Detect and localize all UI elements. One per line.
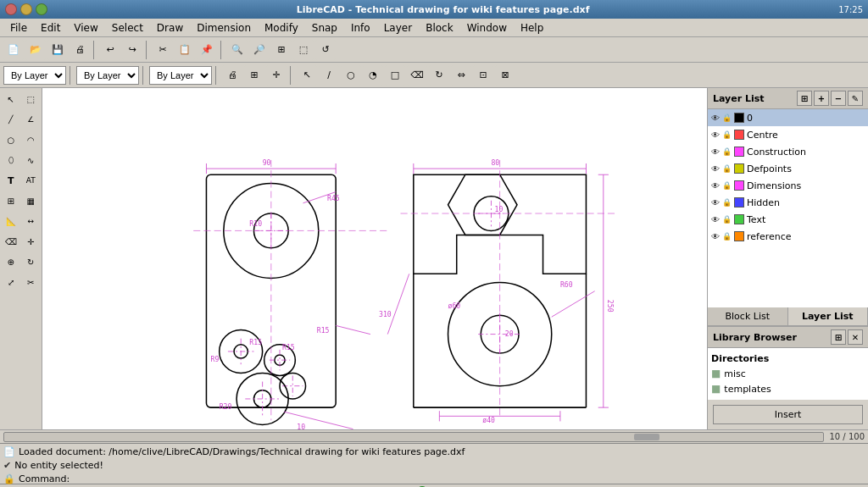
- menu-item-snap[interactable]: Snap: [305, 20, 344, 36]
- draw-line-button[interactable]: /: [319, 65, 339, 86]
- layer-lock-icon[interactable]: 🔒: [722, 147, 732, 156]
- layer-lock-icon[interactable]: 🔒: [722, 181, 732, 190]
- snap-grid-button[interactable]: ⊞: [244, 65, 264, 86]
- menu-item-edit[interactable]: Edit: [34, 20, 67, 36]
- close-button[interactable]: [5, 3, 17, 15]
- layer-visibility-icon[interactable]: 👁: [711, 181, 720, 191]
- print-button[interactable]: 🖨: [70, 40, 90, 60]
- layer-visibility-icon[interactable]: 👁: [711, 113, 720, 123]
- snap-midpoint-button[interactable]: ⊠: [495, 65, 515, 86]
- panel-tabs[interactable]: Block List Layer List: [708, 307, 868, 326]
- line-tool-button[interactable]: ╱: [2, 110, 20, 129]
- print-preview-button[interactable]: 🖨: [222, 65, 242, 86]
- layer-panel-icon-1[interactable]: ⊞: [797, 91, 812, 106]
- zoom-in-button[interactable]: 🔍: [227, 40, 248, 60]
- open-file-button[interactable]: 📂: [25, 40, 46, 60]
- window-controls[interactable]: [5, 3, 47, 15]
- layer-visibility-icon[interactable]: 👁: [711, 130, 720, 140]
- menu-item-draw[interactable]: Draw: [150, 20, 190, 36]
- snap-button[interactable]: ✛: [266, 65, 287, 86]
- dim-button[interactable]: ↔: [22, 212, 41, 230]
- rotate-button[interactable]: ↻: [429, 65, 449, 86]
- zoom-out-button[interactable]: 🔎: [249, 40, 270, 60]
- horizontal-scrollbar-area[interactable]: 10 / 100: [0, 429, 868, 443]
- scrollbar-thumb[interactable]: [634, 434, 659, 440]
- minimize-button[interactable]: [20, 3, 32, 15]
- layer-row-text[interactable]: 👁 🔒 Text: [708, 211, 868, 228]
- menu-item-layer[interactable]: Layer: [377, 20, 419, 36]
- layer-visibility-icon[interactable]: 👁: [711, 198, 720, 208]
- undo-button[interactable]: ↩: [100, 40, 120, 60]
- maximize-button[interactable]: [36, 3, 47, 15]
- linetype-selector[interactable]: By Layer: [76, 66, 139, 85]
- new-file-button[interactable]: 📄: [3, 40, 24, 60]
- menu-item-help[interactable]: Help: [514, 20, 550, 36]
- save-file-button[interactable]: 💾: [47, 40, 68, 60]
- menu-item-info[interactable]: Info: [344, 20, 377, 36]
- linewidth-selector[interactable]: By Layer: [149, 66, 212, 85]
- layer-lock-icon[interactable]: 🔒: [722, 130, 732, 139]
- lib-item-misc[interactable]: ■ misc: [711, 366, 865, 381]
- lib-item-templates[interactable]: ■ templates: [711, 381, 865, 396]
- polyline-tool-button[interactable]: ∠: [22, 110, 41, 129]
- select-pointer-button[interactable]: ↖: [297, 65, 317, 86]
- cut-button[interactable]: ✂: [153, 40, 173, 60]
- menu-item-select[interactable]: Select: [105, 20, 150, 36]
- layer-visibility-icon[interactable]: 👁: [711, 232, 720, 241]
- text-tool-button[interactable]: T: [2, 171, 20, 190]
- layer-panel-icon-2[interactable]: +: [814, 91, 829, 106]
- layer-lock-icon[interactable]: 🔒: [722, 232, 732, 241]
- layer-row-centre[interactable]: 👁 🔒 Centre: [708, 126, 868, 143]
- zoom-window-button[interactable]: ⬚: [293, 40, 314, 60]
- spline-tool-button[interactable]: ∿: [22, 151, 41, 169]
- draw-rect-button[interactable]: □: [385, 65, 405, 86]
- lib-icon-2[interactable]: ✕: [848, 329, 863, 345]
- scale-tool-button[interactable]: ⤢: [2, 273, 20, 291]
- menu-item-block[interactable]: Block: [419, 20, 459, 36]
- insert-block-button[interactable]: ⊞: [2, 191, 20, 210]
- menu-item-dimension[interactable]: Dimension: [190, 20, 258, 36]
- arc-tool-button[interactable]: ◠: [22, 130, 41, 149]
- mtext-tool-button[interactable]: AT: [22, 171, 41, 190]
- erase-tool-button[interactable]: ⌫: [2, 232, 20, 251]
- layer-row-defpoints[interactable]: 👁 🔒 Defpoints: [708, 160, 868, 177]
- layer-row-construction[interactable]: 👁 🔒 Construction: [708, 143, 868, 160]
- layer-lock-icon[interactable]: 🔒: [722, 113, 732, 122]
- layer-visibility-icon[interactable]: 👁: [711, 147, 720, 157]
- layer-panel-icons[interactable]: ⊞ + − ✎: [797, 91, 863, 106]
- layer-panel-icon-4[interactable]: ✎: [848, 91, 863, 106]
- layer-row-reference[interactable]: 👁 🔒 reference: [708, 228, 868, 245]
- drawing-canvas-area[interactable]: 90 80 R10 R45: [42, 88, 707, 429]
- layer-visibility-icon[interactable]: 👁: [711, 164, 720, 174]
- erase-button[interactable]: ⌫: [407, 65, 427, 86]
- select-tool-button[interactable]: ↖: [2, 90, 20, 108]
- hatch-button[interactable]: ▦: [22, 191, 41, 210]
- layer-visibility-icon[interactable]: 👁: [711, 215, 720, 224]
- draw-arc-button[interactable]: ◔: [363, 65, 383, 86]
- tab-layer-list[interactable]: Layer List: [788, 307, 869, 325]
- cad-drawing[interactable]: 90 80 R10 R45: [42, 88, 707, 429]
- move-tool-button[interactable]: ✛: [22, 232, 41, 251]
- menu-item-modify[interactable]: Modify: [258, 20, 305, 36]
- layer-row-hidden[interactable]: 👁 🔒 Hidden: [708, 194, 868, 211]
- layer-lock-icon[interactable]: 🔒: [722, 164, 732, 173]
- copy-button[interactable]: 📋: [175, 40, 195, 60]
- layer-row-dimensions[interactable]: 👁 🔒 Dimensions: [708, 177, 868, 194]
- draw-circle-button[interactable]: ○: [341, 65, 361, 86]
- mirror-button[interactable]: ⇔: [451, 65, 471, 86]
- layer-lock-icon[interactable]: 🔒: [722, 198, 732, 207]
- menu-item-window[interactable]: Window: [460, 20, 514, 36]
- refresh-button[interactable]: ↺: [315, 40, 336, 60]
- copy-tool-button[interactable]: ⊕: [2, 252, 20, 271]
- library-panel-icons[interactable]: ⊞ ✕: [831, 329, 863, 345]
- measure-button[interactable]: 📐: [2, 212, 20, 230]
- snap-endpoint-button[interactable]: ⊡: [473, 65, 493, 86]
- color-selector[interactable]: By Layer: [3, 66, 66, 85]
- tab-block-list[interactable]: Block List: [708, 307, 788, 325]
- paste-button[interactable]: 📌: [197, 40, 217, 60]
- horizontal-scrollbar[interactable]: [3, 432, 824, 442]
- menu-item-file[interactable]: File: [3, 20, 34, 36]
- zoom-fit-button[interactable]: ⊞: [271, 40, 292, 60]
- layer-panel-icon-3[interactable]: −: [831, 91, 846, 106]
- menu-item-view[interactable]: View: [67, 20, 104, 36]
